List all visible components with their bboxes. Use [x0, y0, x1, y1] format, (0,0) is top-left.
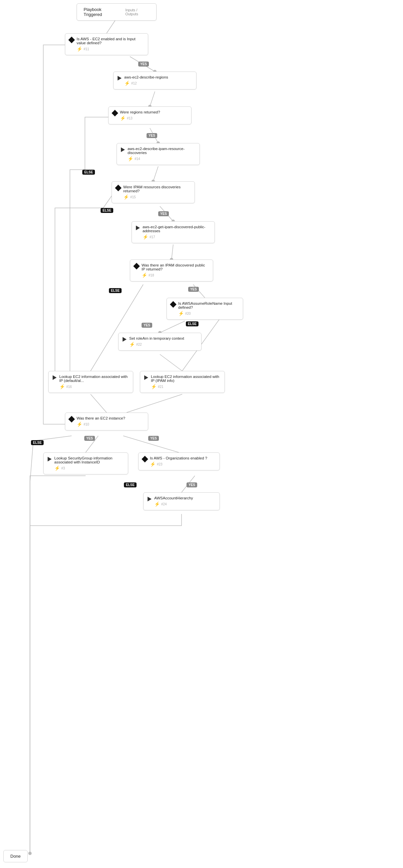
node-12-title: aws-ec2-describe-regions	[124, 75, 168, 79]
node-13-number: #13	[127, 117, 133, 120]
diamond-icon-13	[112, 110, 118, 117]
node-22[interactable]: Set roleArn in temporary context ⚡ #22	[118, 333, 202, 351]
svg-line-9	[160, 354, 182, 371]
lightning-icon-3: ⚡	[54, 465, 60, 471]
diamond-icon-23	[142, 456, 148, 462]
play-icon-14	[121, 147, 125, 152]
node-15-number: #15	[130, 195, 136, 199]
node-16-title: Lookup EC2 information associated with I…	[59, 375, 129, 382]
lightning-icon-18: ⚡	[142, 273, 147, 278]
node-3[interactable]: Lookup SecurityGroup information associa…	[43, 453, 128, 474]
diamond-icon-10	[68, 416, 75, 423]
node-23-title: Is AWS - Organizations enabled ?	[150, 456, 207, 460]
node-10-title: Was there an EC2 instance?	[77, 416, 125, 420]
play-icon-16	[53, 375, 57, 380]
badge-yes-7: YES	[148, 436, 159, 441]
node-16[interactable]: Lookup EC2 information associated with I…	[48, 371, 133, 393]
badge-yes-1: YES	[138, 62, 149, 66]
badge-yes-3: YES	[158, 211, 169, 216]
lightning-icon-22: ⚡	[129, 342, 135, 347]
play-icon-22	[122, 337, 126, 342]
lightning-icon-15: ⚡	[123, 194, 129, 199]
diamond-icon-18	[133, 263, 140, 270]
node-16-number: #16	[66, 385, 72, 389]
node-18-title: Was there an IPAM discovered public IP r…	[142, 263, 209, 271]
badge-else-5: ELSE	[31, 440, 44, 445]
lightning-icon-14: ⚡	[127, 156, 133, 161]
connectors-svg	[0, 0, 403, 868]
play-icon-3	[48, 457, 52, 461]
flowchart-canvas: Playbook Triggered Inputs / Outputs Is A…	[0, 0, 403, 868]
node-21-number: #21	[158, 385, 164, 389]
node-10[interactable]: Was there an EC2 instance? ⚡ #10	[65, 412, 148, 431]
node-23[interactable]: Is AWS - Organizations enabled ? ⚡ #23	[138, 453, 220, 470]
node-17-title: aws-ec2-get-ipam-discovered-public-addre…	[143, 225, 210, 233]
node-12-number: #12	[131, 82, 137, 85]
node-20[interactable]: Is AWSAssumeRoleName Input defined? ⚡ #2…	[167, 298, 243, 320]
trigger-node[interactable]: Playbook Triggered Inputs / Outputs	[77, 3, 156, 21]
node-15[interactable]: Were IPAM resources discoveries returned…	[112, 181, 195, 203]
play-icon-21	[144, 375, 148, 380]
node-12[interactable]: aws-ec2-describe-regions ⚡ #12	[113, 71, 197, 90]
node-14[interactable]: aws-ec2-describe-ipam-resource-discoveri…	[117, 143, 200, 165]
svg-line-2	[150, 92, 155, 106]
node-3-number: #3	[61, 466, 65, 470]
done-node: Done	[3, 850, 28, 862]
diamond-icon-15	[115, 185, 121, 191]
trigger-title: Playbook Triggered	[84, 7, 119, 17]
badge-yes-5: YES	[142, 323, 152, 328]
play-icon-17	[136, 225, 140, 230]
node-24[interactable]: AWSAccountHierarchy ⚡ #24	[143, 492, 220, 510]
node-15-title: Were IPAM resources discoveries returned…	[123, 185, 191, 193]
node-17-number: #17	[149, 235, 155, 239]
badge-else-4: ELSE	[186, 321, 199, 327]
node-20-title: Is AWSAssumeRoleName Input defined?	[178, 302, 239, 309]
node-14-number: #14	[135, 157, 140, 161]
trigger-links[interactable]: Inputs / Outputs	[125, 8, 149, 16]
lightning-icon-20: ⚡	[178, 311, 184, 316]
badge-yes-4: YES	[188, 287, 199, 292]
play-icon-24	[148, 497, 151, 501]
lightning-icon-23: ⚡	[150, 461, 155, 467]
svg-line-6	[172, 245, 173, 259]
svg-line-8	[160, 321, 185, 333]
svg-line-12	[91, 394, 107, 412]
node-11[interactable]: Is AWS - EC2 enabled and is Input value …	[65, 33, 148, 55]
node-24-number: #24	[161, 502, 167, 506]
node-21[interactable]: Lookup EC2 information associated with I…	[140, 371, 225, 393]
node-18[interactable]: Was there an IPAM discovered public IP r…	[130, 259, 213, 281]
play-icon-12	[118, 76, 121, 81]
diamond-icon-20	[170, 301, 176, 308]
badge-else-6: ELSE	[124, 483, 137, 487]
lightning-icon-17: ⚡	[143, 234, 148, 240]
badge-else-2: ELSE	[100, 208, 113, 213]
node-23-number: #23	[157, 462, 163, 466]
lightning-icon-24: ⚡	[154, 501, 160, 507]
badge-yes-2: YES	[147, 133, 157, 138]
done-label: Done	[10, 854, 21, 859]
node-21-title: Lookup EC2 information associated with I…	[151, 375, 221, 382]
lightning-icon-21: ⚡	[151, 384, 156, 389]
node-24-title: AWSAccountHierarchy	[154, 496, 193, 500]
svg-line-13	[126, 394, 182, 412]
badge-yes-6: YES	[84, 436, 95, 441]
svg-line-4	[153, 166, 158, 181]
node-18-number: #18	[148, 274, 154, 277]
diamond-icon-11	[68, 37, 75, 43]
node-13[interactable]: Were regions returned? ⚡ #13	[108, 106, 192, 124]
node-17[interactable]: aws-ec2-get-ipam-discovered-public-addre…	[132, 221, 215, 243]
lightning-icon-12: ⚡	[124, 81, 130, 86]
node-22-number: #22	[136, 343, 142, 346]
node-10-number: #10	[84, 423, 89, 426]
svg-point-25	[28, 852, 32, 855]
lightning-icon-10: ⚡	[77, 422, 82, 427]
node-13-title: Were regions returned?	[120, 110, 160, 114]
node-11-title: Is AWS - EC2 enabled and is Input value …	[77, 37, 144, 45]
badge-else-3: ELSE	[109, 288, 121, 293]
node-20-number: #20	[185, 312, 191, 315]
node-11-number: #11	[84, 47, 89, 51]
svg-line-10	[91, 284, 143, 371]
node-14-title: aws-ec2-describe-ipam-resource-discoveri…	[127, 147, 196, 155]
lightning-icon-13: ⚡	[120, 116, 125, 121]
badge-yes-8: YES	[186, 483, 197, 487]
